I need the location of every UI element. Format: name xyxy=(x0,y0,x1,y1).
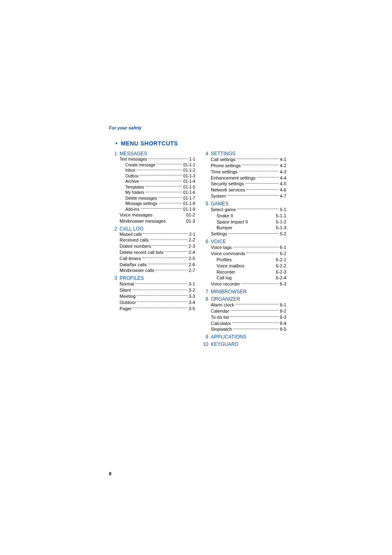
toc-ref: 8-5 xyxy=(280,326,286,332)
toc-entry[interactable]: Message settings01-1-8 xyxy=(125,201,195,207)
dot-leader xyxy=(231,310,279,311)
toc-label: Time settings xyxy=(211,169,238,175)
toc-entry[interactable]: Archive01-1-4 xyxy=(125,179,195,184)
toc-ref: 6-2-2 xyxy=(276,263,286,269)
toc-entry[interactable]: Outbox01-1-3 xyxy=(125,173,195,179)
section-title: GAMES xyxy=(211,201,228,207)
toc-label: Profiles xyxy=(217,257,232,263)
section-entries: Select game5-1Snake II5-1-1Space Impact … xyxy=(211,207,286,237)
toc-entry[interactable]: System4-7 xyxy=(211,193,286,199)
dot-leader xyxy=(133,308,187,308)
toc-entry[interactable]: Security settings4-5 xyxy=(211,181,286,187)
dot-leader xyxy=(227,195,279,196)
toc-entry[interactable]: My folders01-1-6 xyxy=(125,190,195,196)
toc-ref: 3-2 xyxy=(189,287,195,293)
toc-entry[interactable]: Data/fax calls2-6 xyxy=(120,262,195,268)
toc-entry[interactable]: Voice mailbox6-2-2 xyxy=(217,263,286,269)
toc-entry[interactable]: Call timers2-5 xyxy=(120,256,195,262)
section-heading[interactable]: 7MINIBROWSER xyxy=(200,289,286,295)
toc-ref: 2-7 xyxy=(189,267,195,274)
section-heading[interactable]: 9APPLICATIONS xyxy=(200,334,286,340)
toc-label: Normal xyxy=(120,281,134,287)
toc-entry[interactable]: Network services4-6 xyxy=(211,187,286,193)
toc-entry[interactable]: Call log6-2-4 xyxy=(217,275,286,281)
toc-ref: 4-4 xyxy=(280,175,286,181)
dot-leader xyxy=(148,264,187,264)
dot-leader xyxy=(241,283,279,284)
toc-ref: 8-4 xyxy=(280,320,286,327)
toc-entry[interactable]: Create message01-1-1 xyxy=(125,162,195,168)
toc-entry[interactable]: Profiles6-2-1 xyxy=(217,257,286,263)
toc-entry[interactable]: Missed calls2-1 xyxy=(120,232,195,237)
toc-entry[interactable]: Received calls2-2 xyxy=(120,237,195,243)
toc-entry[interactable]: Normal3-1 xyxy=(120,281,195,287)
dot-leader xyxy=(257,177,279,177)
toc-entry[interactable]: Stopwatch8-5 xyxy=(211,326,286,332)
dot-leader xyxy=(157,164,182,164)
section-entries: Text messages1-1Create message01-1-1Inbo… xyxy=(120,157,195,224)
toc-entry[interactable]: Phone settings4-2 xyxy=(211,163,286,169)
toc-entry[interactable]: Call settings4-1 xyxy=(211,157,286,163)
toc-label: Call timers xyxy=(120,256,141,262)
section-heading[interactable]: 1MESSAGES xyxy=(109,151,195,157)
toc-entry[interactable]: Space Impact II5-1-2 xyxy=(217,219,286,225)
toc-entry[interactable]: Silent3-2 xyxy=(120,287,195,293)
toc-entry[interactable]: Time settings4-3 xyxy=(211,169,286,175)
toc-label: To-do list xyxy=(211,314,229,320)
toc-entry[interactable]: To-do list8-3 xyxy=(211,314,286,320)
toc-entry[interactable]: Voice recorder6-3 xyxy=(211,281,286,287)
toc-ref: 2-5 xyxy=(189,256,195,262)
toc-label: Delete messages xyxy=(125,196,157,201)
toc-entry[interactable]: Bumper5-1-3 xyxy=(217,225,286,231)
section-heading[interactable]: 4SETTINGS xyxy=(200,151,286,157)
toc-entry[interactable]: Settings5-2 xyxy=(211,231,286,237)
toc-entry[interactable]: Templates01-1-5 xyxy=(125,184,195,190)
toc-entry[interactable]: Voice messages01-2 xyxy=(120,212,195,218)
toc-entry[interactable]: Outdoor3-4 xyxy=(120,299,195,306)
section-heading[interactable]: 2CALL LOG xyxy=(109,226,195,232)
toc-ref: 01-1-5 xyxy=(183,184,195,190)
toc-label: Outdoor xyxy=(120,299,136,306)
toc-entry[interactable]: Inbox01-1-2 xyxy=(125,168,195,173)
toc-entry[interactable]: Voice commands6-2 xyxy=(211,251,286,257)
toc-label: Recorder xyxy=(217,269,235,275)
toc-label: Select game xyxy=(211,207,236,213)
toc-label: Alarm clock xyxy=(211,302,234,308)
toc-entry[interactable]: Delete recent call lists2-4 xyxy=(120,249,195,256)
toc-entry[interactable]: Delete messages01-1-7 xyxy=(125,196,195,201)
toc-entry[interactable]: Add-ins01-1-9 xyxy=(125,207,195,212)
header-link[interactable]: For your safety xyxy=(109,125,392,130)
toc-ref: 01-1-8 xyxy=(183,201,195,207)
bullet-icon: • xyxy=(115,140,118,147)
section-entries: Missed calls2-1Received calls2-2Dialed n… xyxy=(120,232,195,274)
toc-entry[interactable]: Snake II5-1-1 xyxy=(217,213,286,219)
section-title: ORGANIZER xyxy=(211,296,240,302)
section-heading[interactable]: 6VOICE xyxy=(200,239,286,244)
toc-entry[interactable]: Recorder6-2-3 xyxy=(217,269,286,275)
toc-entry[interactable]: Select game5-1 xyxy=(211,207,286,213)
section-heading[interactable]: 5GAMES xyxy=(200,201,286,207)
toc-entry[interactable]: Calculator8-4 xyxy=(211,320,286,327)
toc-entry[interactable]: Enhancement settings4-4 xyxy=(211,175,286,181)
toc-ref: 5-2 xyxy=(280,231,286,237)
toc-entry[interactable]: Alarm clock8-1 xyxy=(211,302,286,308)
toc-entry[interactable]: Calendar8-2 xyxy=(211,308,286,314)
toc-entry[interactable]: Minibrowser calls2-7 xyxy=(120,267,195,274)
toc-ref: 8-1 xyxy=(280,302,286,308)
toc-entry[interactable]: Pager3-5 xyxy=(120,306,195,312)
toc-ref: 3-3 xyxy=(189,293,195,299)
section-heading[interactable]: 10KEYGUARD xyxy=(200,341,286,347)
toc-ref: 01-2 xyxy=(186,212,195,218)
section-heading[interactable]: 3PROFILES xyxy=(109,275,195,281)
dot-leader xyxy=(137,302,187,302)
toc-entry[interactable]: Text messages1-1 xyxy=(120,157,195,162)
toc-label: Snake II xyxy=(217,213,233,219)
section-heading[interactable]: 8ORGANIZER xyxy=(200,296,286,302)
section-number: 10 xyxy=(200,341,208,347)
toc-entry[interactable]: Minibrowser messages01-3 xyxy=(120,218,195,224)
toc-entry[interactable]: Dialed numbers2-3 xyxy=(120,243,195,249)
section-title: KEYGUARD xyxy=(211,341,238,347)
toc-entry[interactable]: Meeting3-3 xyxy=(120,293,195,299)
toc-label: Missed calls xyxy=(120,232,142,237)
toc-entry[interactable]: Voice tags6-1 xyxy=(211,244,286,251)
